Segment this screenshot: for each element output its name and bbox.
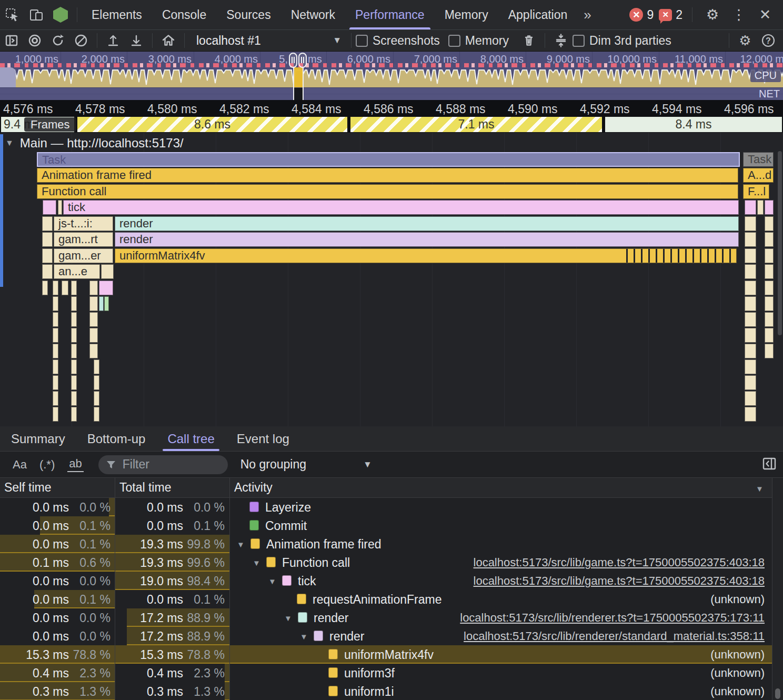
zoom-window-left-handle[interactable]	[289, 53, 297, 68]
table-row-function-call[interactable]: 0.1 ms0.6 %19.3 ms99.6 %▼Function calllo…	[0, 553, 783, 572]
flame-event[interactable]	[757, 200, 764, 215]
flame-event[interactable]	[745, 200, 756, 215]
table-row-render[interactable]: 0.0 ms0.0 %17.2 ms88.9 %▼renderlocalhost…	[0, 627, 783, 645]
filter-field[interactable]	[98, 455, 228, 474]
toggle-sidebar-icon[interactable]	[0, 30, 23, 51]
table-row-uniformmatrix4fv[interactable]: 15.3 ms78.8 %15.3 ms78.8 %uniformMatrix4…	[0, 645, 783, 664]
flame-event-an-e[interactable]: an...e	[54, 264, 100, 279]
screenshots-checkbox-group[interactable]: Screenshots	[356, 34, 448, 48]
table-row-layerize[interactable]: 0.0 ms0.0 %0.0 ms0.0 %Layerize	[0, 498, 783, 516]
clear-button[interactable]	[69, 30, 93, 51]
expand-arrow-icon[interactable]: ▼	[300, 632, 308, 641]
capture-settings-gear-icon[interactable]: ⚙	[734, 30, 757, 51]
flame-event[interactable]	[101, 264, 114, 279]
filter-input[interactable]	[122, 457, 203, 472]
table-row-uniform3f[interactable]: 0.4 ms2.3 %0.4 ms2.3 %uniform3f(unknown)	[0, 664, 783, 682]
whole-word-toggle[interactable]: ab	[67, 457, 83, 472]
flame-event[interactable]	[42, 281, 48, 295]
flame-event[interactable]	[765, 248, 774, 263]
column-activity[interactable]: Activity	[234, 481, 273, 495]
tab-memory[interactable]: Memory	[435, 0, 498, 29]
expand-arrow-icon[interactable]: ▼	[268, 577, 276, 586]
issues-badge[interactable]: ✕ 2	[659, 8, 682, 22]
zoom-window-right-handle[interactable]	[298, 53, 307, 68]
flame-event[interactable]	[71, 375, 77, 390]
flame-event[interactable]	[42, 264, 53, 279]
flame-event[interactable]	[53, 328, 58, 343]
column-self-time[interactable]: Self time	[4, 481, 51, 495]
inspect-element-icon[interactable]	[0, 0, 24, 29]
expand-arrow-icon[interactable]: ▼	[284, 614, 292, 623]
flame-event-task[interactable]: Task	[37, 152, 740, 167]
flame-event-gam-er[interactable]: gam...er	[54, 248, 113, 263]
flame-event[interactable]	[745, 328, 756, 343]
device-toolbar-icon[interactable]	[24, 0, 48, 29]
console-errors-badge[interactable]: ✕ 9	[629, 8, 654, 22]
main-flame-chart[interactable]: ▼ Main — http://localhost:5173/ TaskTask…	[0, 133, 783, 426]
flame-event[interactable]	[94, 391, 99, 406]
save-profile-icon[interactable]	[125, 30, 148, 51]
reload-record-button[interactable]	[46, 30, 69, 51]
flame-event[interactable]	[745, 359, 756, 374]
collapse-tracks-icon[interactable]	[549, 30, 573, 51]
flame-event[interactable]	[745, 248, 756, 263]
table-row-tick[interactable]: 0.0 ms0.0 %19.0 ms98.4 %▼ticklocalhost:5…	[0, 572, 783, 590]
flame-event[interactable]	[42, 248, 53, 263]
help-icon[interactable]: ?	[757, 30, 780, 51]
flame-event[interactable]	[71, 407, 77, 422]
regex-toggle[interactable]: (.*)	[39, 458, 55, 472]
flame-event[interactable]	[745, 296, 756, 311]
flame-event[interactable]	[765, 296, 774, 311]
record-button[interactable]	[23, 30, 46, 51]
grouping-select[interactable]: No grouping ▼	[240, 457, 372, 472]
tab-application[interactable]: Application	[498, 0, 578, 29]
frame-7.1ms[interactable]: 7.1 ms	[349, 117, 603, 132]
frame-8.4ms[interactable]: 8.4 ms	[604, 117, 783, 132]
column-total-time[interactable]: Total time	[119, 481, 171, 495]
table-row-render[interactable]: 0.0 ms0.0 %17.2 ms88.9 %▼renderlocalhost…	[0, 608, 783, 627]
flame-scrollbar-thumb[interactable]	[778, 151, 782, 335]
flame-event-f-l[interactable]: F...l	[743, 184, 769, 199]
tab-network[interactable]: Network	[281, 0, 345, 29]
table-row-uniform1i[interactable]: 0.3 ms1.3 %0.3 ms1.3 %uniform1i(unknown)	[0, 682, 783, 700]
main-thread-header[interactable]: ▼ Main — http://localhost:5173/	[5, 136, 184, 151]
flame-event-a-d[interactable]: A...d	[743, 168, 774, 183]
target-select[interactable]: localhost #1 ▼	[189, 34, 347, 48]
tab-call-tree[interactable]: Call tree	[156, 426, 225, 451]
source-link[interactable]: localhost:5173/src/lib/renderer/standard…	[464, 629, 765, 643]
memory-checkbox-group[interactable]: Memory	[448, 34, 517, 48]
tab-summary[interactable]: Summary	[0, 426, 76, 451]
memory-checkbox[interactable]	[448, 35, 460, 47]
flame-event[interactable]	[53, 344, 58, 358]
tab-console[interactable]: Console	[152, 0, 216, 29]
flame-event-js-t-i-[interactable]: js-t...:i:	[54, 216, 113, 231]
flame-event[interactable]	[94, 359, 99, 374]
flame-event[interactable]	[745, 232, 756, 247]
table-scrollbar-track[interactable]	[772, 478, 783, 700]
table-scrollbar-thumb[interactable]	[775, 688, 780, 699]
flame-event[interactable]	[745, 216, 756, 231]
flame-event[interactable]	[53, 359, 58, 374]
flame-event[interactable]	[765, 232, 774, 247]
flame-event[interactable]	[765, 264, 774, 279]
home-icon[interactable]	[157, 30, 180, 51]
flame-event[interactable]	[62, 281, 68, 295]
flame-event[interactable]	[745, 312, 756, 327]
frames-track-badge[interactable]: Frames	[24, 117, 76, 132]
table-row-animation-frame-fired[interactable]: 0.0 ms0.1 %19.3 ms99.8 %▼Animation frame…	[0, 535, 783, 553]
flame-event[interactable]	[745, 344, 756, 358]
expand-arrow-icon[interactable]: ▼	[237, 540, 245, 549]
flame-event[interactable]	[765, 344, 774, 358]
more-tabs-icon[interactable]: »	[577, 7, 597, 23]
table-row-commit[interactable]: 0.0 ms0.1 %0.0 ms0.1 %Commit	[0, 516, 783, 535]
source-link[interactable]: localhost:5173/src/lib/game.ts?t=1750005…	[474, 574, 765, 588]
flame-event[interactable]	[765, 200, 774, 215]
kebab-menu-icon[interactable]: ⋮	[728, 6, 749, 23]
flame-event[interactable]	[71, 281, 77, 295]
tab-performance[interactable]: Performance	[345, 0, 435, 29]
flame-event-tick[interactable]: tick	[63, 200, 739, 215]
source-link[interactable]: localhost:5173/src/lib/renderer.ts?t=175…	[460, 611, 765, 625]
flame-event[interactable]	[71, 328, 77, 343]
flame-event[interactable]	[53, 391, 58, 406]
close-icon[interactable]: ✕	[755, 6, 776, 23]
